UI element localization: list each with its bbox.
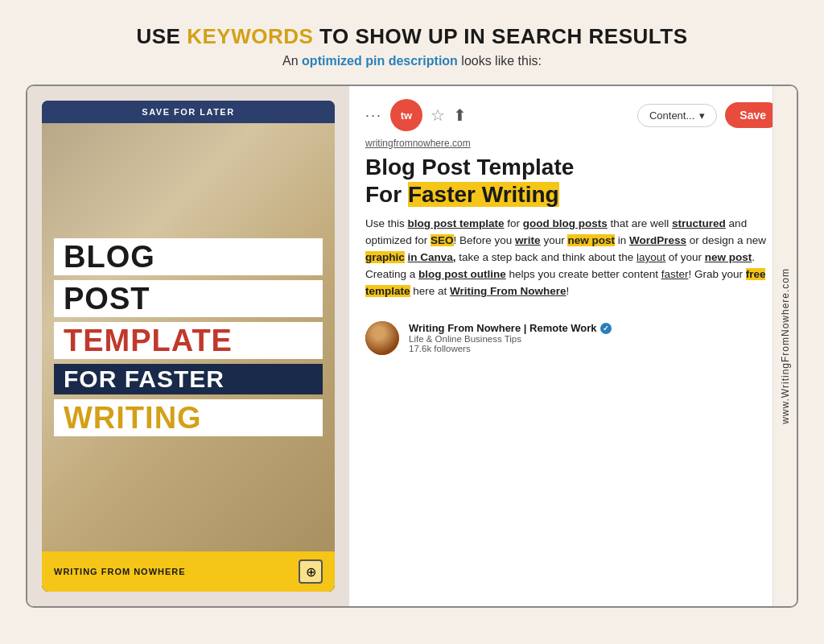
author-avatar-image (365, 321, 399, 355)
title-prefix: USE (136, 24, 187, 48)
upload-icon[interactable]: ⬆ (453, 105, 467, 125)
vertical-text-container: www.WritingFromNowhere.com (772, 86, 797, 606)
pin-word-post: POST (64, 282, 150, 316)
pinterest-toolbar: ··· tw ☆ ⬆ Content... ▾ Save (365, 99, 781, 131)
pin-title-line2: For (365, 182, 408, 207)
pin-word-blog: BLOG (64, 240, 155, 274)
desc-faster: faster (661, 268, 689, 280)
pin-footer: WRITING FROM NOWHERE ⊕ (42, 551, 335, 592)
pin-title-highlight: Faster Writing (408, 182, 559, 207)
author-subtitle: Life & Online Business Tips (409, 334, 612, 344)
pin-word-writing: WRITING (64, 401, 202, 435)
pin-text-writing: WRITING (54, 399, 323, 436)
title-keyword: KEYWORDS (187, 24, 313, 48)
pin-word-template: TEMPLATE (64, 324, 233, 357)
pin-text-post: POST (54, 280, 323, 317)
pin-text-forfaster: FOR FASTER (54, 364, 323, 394)
pin-image-area: BLOG POST TEMPLATE FOR FASTER WRITING (42, 123, 335, 551)
subtitle: An optimized pin description looks like … (282, 54, 542, 68)
desc-blog-post-template: blog post template (408, 217, 505, 229)
pin-text-blog: BLOG (54, 238, 323, 275)
desc-structured: structured (672, 217, 726, 229)
author-name: Writing From Nowhere | Remote Work ✓ (409, 322, 612, 334)
desc-seo: SEO (431, 234, 454, 246)
author-section: Writing From Nowhere | Remote Work ✓ Lif… (365, 312, 781, 355)
desc-graphic: graphic (365, 251, 405, 263)
pin-top-bar: SAVE FOR LATER (42, 101, 335, 123)
user-avatar: tw (390, 99, 422, 131)
page-title: USE KEYWORDS TO SHOW UP IN SEARCH RESULT… (136, 24, 687, 49)
subtitle-highlight: optimized pin description (302, 54, 458, 68)
pin-footer-text: WRITING FROM NOWHERE (54, 567, 186, 576)
author-info: Writing From Nowhere | Remote Work ✓ Lif… (409, 322, 612, 353)
desc-new-post-2: new post (705, 251, 752, 263)
followers-count: 17.6k followers (409, 344, 612, 353)
website-link[interactable]: writingfromnowhere.com (365, 138, 781, 149)
pin-title: Blog Post Template For Faster Writing (365, 154, 781, 208)
verified-badge: ✓ (600, 323, 612, 334)
pin-word-forfaster: FOR FASTER (64, 365, 225, 392)
vertical-watermark: www.WritingFromNowhere.com (780, 268, 791, 424)
desc-good-blog-posts: good blog posts (523, 217, 608, 229)
star-icon[interactable]: ☆ (431, 105, 445, 125)
pin-description: Use this blog post template for good blo… (365, 216, 781, 300)
scan-icon: ⊕ (299, 559, 323, 584)
desc-layout: layout (637, 251, 665, 263)
subtitle-suffix: looks like this: (458, 54, 542, 68)
pin-text-template: TEMPLATE (54, 322, 323, 359)
pin-card: SAVE FOR LATER BLOG POST TEMPLATE FOR FA… (42, 101, 335, 592)
dropdown-text: Content... (649, 109, 694, 122)
desc-write: write (515, 234, 541, 246)
board-dropdown[interactable]: Content... ▾ (637, 104, 717, 127)
pin-text-overlays: BLOG POST TEMPLATE FOR FASTER WRITING (42, 123, 335, 551)
subtitle-prefix: An (282, 54, 302, 68)
title-suffix: TO SHOW UP IN SEARCH RESULTS (313, 24, 687, 48)
author-name-text: Writing From Nowhere | Remote Work (409, 322, 597, 334)
desc-wordpress: WordPress (629, 234, 686, 246)
author-avatar (365, 321, 399, 355)
more-options-button[interactable]: ··· (365, 107, 382, 124)
desc-new-post-1: new post (567, 234, 615, 246)
desc-in-canva: in Canva, (408, 251, 456, 263)
pin-section: SAVE FOR LATER BLOG POST TEMPLATE FOR FA… (27, 86, 349, 606)
desc-writing-from-nowhere: Writing From Nowhere (450, 285, 566, 297)
desc-blog-post-outline: blog post outline (418, 268, 506, 280)
content-section: ··· tw ☆ ⬆ Content... ▾ Save writingfrom… (349, 86, 797, 606)
main-container: SAVE FOR LATER BLOG POST TEMPLATE FOR FA… (26, 85, 798, 608)
avatar-text: tw (401, 109, 412, 122)
chevron-down-icon: ▾ (699, 109, 705, 122)
pin-title-line1: Blog Post Template (365, 155, 574, 180)
